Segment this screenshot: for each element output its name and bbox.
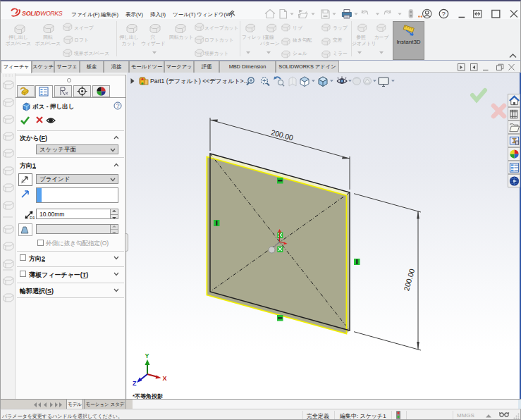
svg-text:Y: Y — [145, 352, 149, 359]
svg-text:Z: Z — [133, 380, 137, 387]
svg-text:X: X — [163, 375, 167, 382]
svg-text:?: ? — [116, 102, 120, 109]
svg-text:SOLID: SOLID — [22, 10, 41, 17]
svg-text:?: ? — [442, 10, 446, 18]
svg-text:WORKS: WORKS — [40, 10, 63, 17]
svg-text:200.00: 200.00 — [402, 268, 416, 292]
svg-text:D1: D1 — [30, 216, 35, 219]
